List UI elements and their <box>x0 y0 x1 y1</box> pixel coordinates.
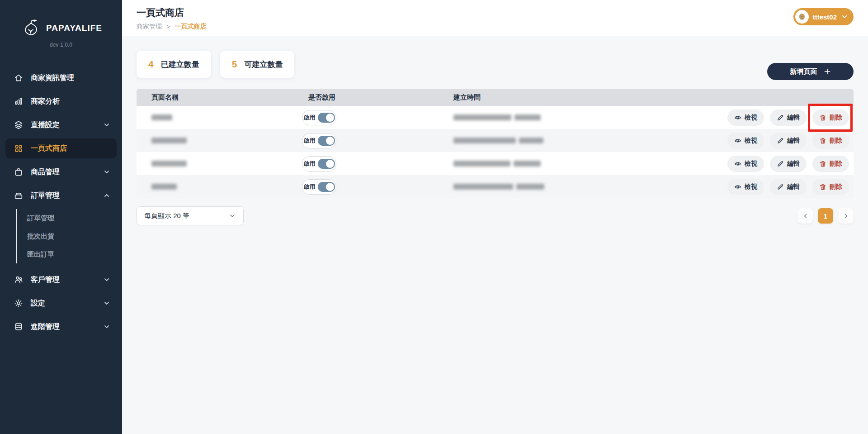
pencil-icon <box>777 183 784 191</box>
toggle-switch-on[interactable] <box>318 136 335 146</box>
delete-label: 刪除 <box>830 114 842 122</box>
sidebar-item-label: 商家資訊管理 <box>31 73 110 83</box>
sidebar: PAPAYALIFE dev-1.0.0 商家資訊管理 商家分析 <box>0 0 122 434</box>
order-management-submenu: 訂單管理 批次出貨 匯出訂單 <box>16 209 122 263</box>
database-icon <box>14 322 24 332</box>
sidebar-item-label: 直播設定 <box>31 120 96 130</box>
eye-icon <box>734 160 741 167</box>
user-menu-button[interactable]: tttest02 <box>793 8 854 25</box>
avatar <box>795 10 809 24</box>
grid-icon <box>14 143 24 153</box>
toggle-switch-on[interactable] <box>318 113 335 123</box>
chevron-up-icon <box>103 192 110 199</box>
sidebar-item-advanced-management[interactable]: 進階管理 <box>5 317 117 337</box>
trash-icon <box>819 137 826 144</box>
chevron-down-icon <box>229 212 236 219</box>
breadcrumb-separator: > <box>166 23 170 30</box>
edit-label: 編輯 <box>787 114 800 122</box>
sidebar-item-label: 客戶管理 <box>31 275 96 285</box>
sidebar-subitem-export-orders[interactable]: 匯出訂單 <box>27 245 122 263</box>
toggle-label: 啟用 <box>304 183 316 191</box>
pencil-icon <box>777 137 784 144</box>
edit-button[interactable]: 編輯 <box>770 133 807 149</box>
edit-button[interactable]: 編輯 <box>770 156 807 172</box>
redacted-created-time <box>453 138 722 143</box>
breadcrumb-current: 一頁式商店 <box>175 23 206 31</box>
brand-name: PAPAYALIFE <box>46 23 102 33</box>
shopping-bag-icon <box>14 167 24 177</box>
redacted-page-name <box>151 161 187 167</box>
enable-toggle[interactable]: 啟用 <box>302 110 336 125</box>
delete-button[interactable]: 刪除 <box>812 133 849 149</box>
sidebar-item-live-settings[interactable]: 直播設定 <box>5 115 117 135</box>
edit-label: 編輯 <box>787 160 800 168</box>
view-button[interactable]: 檢視 <box>727 156 764 172</box>
enable-toggle[interactable]: 啟用 <box>302 179 336 195</box>
edit-button[interactable]: 編輯 <box>770 179 807 195</box>
enable-toggle[interactable]: 啟用 <box>302 156 336 172</box>
eye-icon <box>734 183 741 191</box>
sidebar-item-merchant-analytics[interactable]: 商家分析 <box>5 91 117 111</box>
sidebar-subitem-batch-shipping[interactable]: 批次出貨 <box>27 227 122 245</box>
pager: 1 <box>797 208 854 224</box>
toggle-switch-on[interactable] <box>318 182 335 192</box>
view-label: 檢視 <box>745 183 757 191</box>
view-label: 檢視 <box>745 160 757 168</box>
redacted-created-time <box>453 184 722 190</box>
view-button[interactable]: 檢視 <box>727 133 764 149</box>
brand-block: PAPAYALIFE dev-1.0.0 <box>0 0 122 48</box>
table-row: 啟用 檢視 編輯 <box>137 152 854 175</box>
stat-value: 5 <box>232 59 237 70</box>
table-row: 啟用 檢視 編輯 <box>137 129 854 152</box>
sidebar-item-product-management[interactable]: 商品管理 <box>5 162 117 182</box>
view-button[interactable]: 檢視 <box>727 179 764 195</box>
per-page-label: 每頁顯示 20 筆 <box>144 212 189 220</box>
delete-button[interactable]: 刪除 <box>812 179 849 195</box>
trash-icon <box>819 183 826 191</box>
next-page-button[interactable] <box>838 208 854 224</box>
delete-button[interactable]: 刪除 <box>812 110 849 126</box>
user-name: tttest02 <box>813 13 837 21</box>
stat-label: 可建立數量 <box>244 59 283 70</box>
sidebar-item-label: 商家分析 <box>31 97 110 106</box>
top-header: 一頁式商店 商家管理 > 一頁式商店 tttest02 <box>122 0 868 36</box>
chevron-right-icon <box>843 213 849 219</box>
enable-toggle[interactable]: 啟用 <box>302 133 336 148</box>
toggle-label: 啟用 <box>304 160 316 168</box>
add-page-button[interactable]: 新增頁面 <box>767 63 854 80</box>
page-title: 一頁式商店 <box>137 6 206 19</box>
add-page-label: 新增頁面 <box>790 67 817 76</box>
page-1-button[interactable]: 1 <box>818 208 833 224</box>
redacted-page-name <box>151 184 177 190</box>
sidebar-item-merchant-info[interactable]: 商家資訊管理 <box>5 68 117 88</box>
sidebar-item-order-management[interactable]: 訂單管理 <box>5 186 117 205</box>
breadcrumb-parent[interactable]: 商家管理 <box>137 23 162 31</box>
toggle-switch-on[interactable] <box>318 159 335 169</box>
per-page-select[interactable]: 每頁顯示 20 筆 <box>137 206 244 225</box>
row-actions: 檢視 編輯 刪除 <box>722 156 849 172</box>
bar-chart-icon <box>14 96 24 106</box>
row-actions: 檢視 編輯 刪除 <box>722 179 849 195</box>
sidebar-item-settings[interactable]: 設定 <box>5 293 117 313</box>
previous-page-button[interactable] <box>797 208 813 224</box>
view-button[interactable]: 檢視 <box>727 110 764 126</box>
chevron-down-icon <box>103 168 110 176</box>
sidebar-item-one-page-store[interactable]: 一頁式商店 <box>5 138 117 158</box>
toggle-label: 啟用 <box>304 114 316 122</box>
edit-label: 編輯 <box>787 137 800 145</box>
sidebar-item-customer-management[interactable]: 客戶管理 <box>5 270 117 290</box>
column-header-enabled: 是否啟用 <box>302 93 453 102</box>
sidebar-subitem-order-management[interactable]: 訂單管理 <box>27 209 122 227</box>
sidebar-subitem-label: 批次出貨 <box>27 232 54 241</box>
pencil-icon <box>777 160 784 167</box>
chevron-down-icon <box>103 121 110 129</box>
edit-button[interactable]: 編輯 <box>770 110 807 126</box>
redacted-page-name <box>151 138 187 143</box>
sidebar-item-label: 一頁式商店 <box>31 144 110 153</box>
pagination-row: 每頁顯示 20 筆 1 <box>137 206 854 225</box>
layers-icon <box>14 120 24 130</box>
sidebar-item-label: 進階管理 <box>31 322 96 332</box>
toggle-label: 啟用 <box>304 137 316 145</box>
delete-button[interactable]: 刪除 <box>812 156 849 172</box>
content-area: 4 已建立數量 5 可建立數量 新增頁面 頁面名稱 是否啟用 建立時間 <box>122 36 868 240</box>
